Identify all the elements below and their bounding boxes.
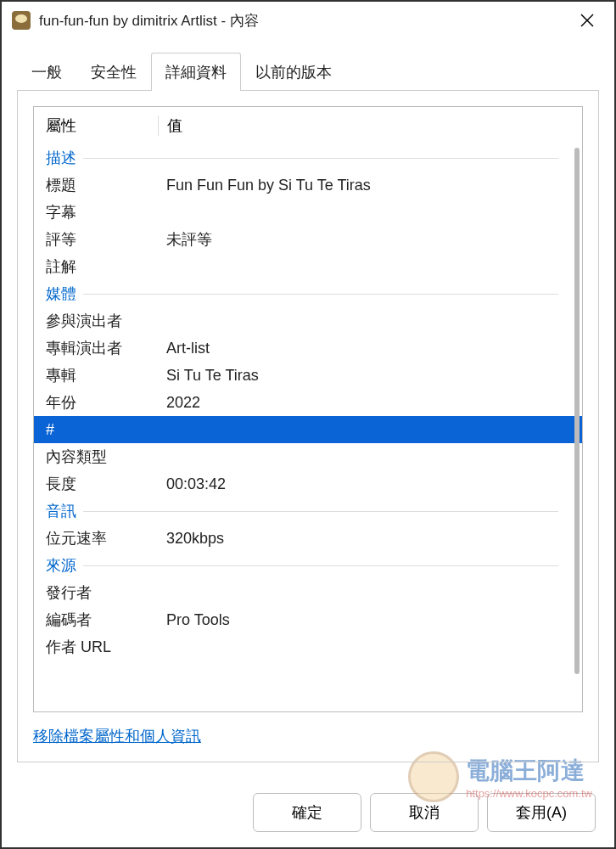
property-name: 註解 [46, 256, 158, 277]
property-name: 發行者 [46, 582, 158, 603]
property-name: 作者 URL [46, 637, 158, 657]
property-row[interactable]: 註解 [34, 253, 582, 280]
details-body: 描述標題Fun Fun Fun by Si Tu Te Tiras字幕評等未評等… [34, 144, 582, 711]
column-value[interactable]: 值 [158, 115, 575, 136]
property-row[interactable]: 專輯演出者Art-list [34, 335, 582, 362]
tab-general[interactable]: 一般 [17, 53, 76, 91]
property-name: 專輯演出者 [46, 338, 158, 358]
property-name: 位元速率 [46, 528, 158, 548]
property-row[interactable]: 作者 URL [34, 633, 582, 661]
property-row[interactable]: 標題Fun Fun Fun by Si Tu Te Tiras [34, 171, 582, 199]
property-row[interactable]: 參與演出者 [34, 307, 582, 335]
property-name: 標題 [46, 175, 158, 195]
close-button[interactable] [570, 3, 604, 37]
ok-button[interactable]: 確定 [253, 793, 361, 832]
property-value: 00:03:42 [158, 475, 575, 493]
tab-previous-versions[interactable]: 以前的版本 [241, 53, 346, 91]
property-name: 字幕 [46, 202, 158, 222]
tab-strip: 一般 安全性 詳細資料 以前的版本 [17, 53, 599, 91]
section-header: 來源 [34, 552, 582, 579]
section-title: 描述 [46, 148, 76, 168]
property-name: # [46, 421, 158, 439]
property-row[interactable]: 位元速率320kbps [34, 525, 582, 552]
section-divider [83, 158, 558, 159]
section-title: 來源 [46, 555, 76, 576]
properties-dialog: fun-fun-fun by dimitrix Artlist - 內容 一般 … [0, 0, 616, 849]
section-title: 媒體 [46, 284, 76, 304]
dialog-content: 一般 安全性 詳細資料 以前的版本 屬性 值 描述標題Fun Fun Fun b… [2, 39, 614, 778]
remove-properties-link[interactable]: 移除檔案屬性和個人資訊 [33, 726, 583, 746]
property-row[interactable]: # [34, 416, 582, 443]
property-value: 320kbps [158, 530, 575, 548]
property-row[interactable]: 年份2022 [34, 389, 582, 416]
property-row[interactable]: 專輯Si Tu Te Tiras [34, 362, 582, 389]
section-header: 音訊 [34, 498, 582, 525]
property-name: 內容類型 [46, 447, 158, 467]
cancel-button[interactable]: 取消 [370, 793, 479, 832]
column-header: 屬性 值 [34, 107, 582, 144]
scrollbar[interactable] [574, 148, 580, 674]
details-listbox[interactable]: 屬性 值 描述標題Fun Fun Fun by Si Tu Te Tiras字幕… [33, 106, 583, 712]
column-property[interactable]: 屬性 [46, 115, 158, 136]
property-value: Pro Tools [158, 611, 575, 629]
property-row[interactable]: 長度00:03:42 [34, 470, 582, 498]
tab-details[interactable]: 詳細資料 [151, 53, 241, 91]
property-name: 長度 [46, 474, 158, 494]
property-row[interactable]: 評等未評等 [34, 226, 582, 253]
property-value: Si Tu Te Tiras [158, 367, 575, 385]
details-panel: 屬性 值 描述標題Fun Fun Fun by Si Tu Te Tiras字幕… [17, 90, 599, 762]
property-row[interactable]: 字幕 [34, 199, 582, 226]
close-icon [580, 14, 594, 27]
property-value: Art-list [158, 340, 575, 357]
section-header: 描述 [34, 144, 582, 171]
property-name: 專輯 [46, 365, 158, 385]
property-name: 評等 [46, 229, 158, 250]
property-row[interactable]: 內容類型 [34, 443, 582, 470]
property-row[interactable]: 編碼者Pro Tools [34, 606, 582, 633]
section-divider [83, 511, 558, 512]
property-value: Fun Fun Fun by Si Tu Te Tiras [158, 177, 575, 194]
property-row[interactable]: 發行者 [34, 579, 582, 606]
apply-button[interactable]: 套用(A) [487, 793, 596, 832]
titlebar: fun-fun-fun by dimitrix Artlist - 內容 [2, 2, 614, 39]
property-name: 年份 [46, 392, 158, 413]
section-divider [83, 565, 558, 566]
property-name: 參與演出者 [46, 311, 158, 331]
tab-security[interactable]: 安全性 [76, 53, 151, 91]
property-value: 2022 [158, 394, 575, 412]
section-title: 音訊 [46, 501, 76, 521]
window-title: fun-fun-fun by dimitrix Artlist - 內容 [39, 11, 570, 31]
section-divider [83, 294, 558, 295]
property-value: 未評等 [158, 229, 575, 250]
section-header: 媒體 [34, 280, 582, 307]
file-icon [12, 11, 31, 30]
button-row: 確定 取消 套用(A) [2, 778, 614, 847]
property-name: 編碼者 [46, 610, 158, 630]
